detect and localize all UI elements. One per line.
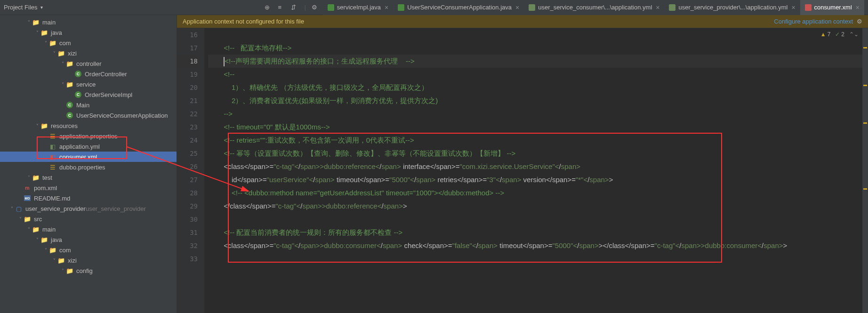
code-line-26[interactable]: <class</span>="c-tag"</span>>dubbo:refer… <box>208 160 868 173</box>
close-icon[interactable]: × <box>656 4 659 11</box>
tree-item-controller[interactable]: ˅📁controller <box>0 58 177 69</box>
project-files-dropdown[interactable]: Project Files <box>4 4 43 11</box>
tree-item-main[interactable]: ˅📁main <box>0 17 177 27</box>
inspection-indicators[interactable]: ▲7 ✓2 ⌃⌄ <box>820 31 859 38</box>
tree-item-service[interactable]: ˅📁service <box>0 79 177 89</box>
collapse-icon[interactable]: ⇵ <box>291 4 298 11</box>
code-line-18[interactable]: <!--声明需要调用的远程服务的接口；生成远程服务代理 --> <box>208 55 868 68</box>
tree-item-com[interactable]: ˅📁com <box>0 38 177 48</box>
tree-item-main[interactable]: CMain <box>0 100 177 110</box>
code-line-22[interactable]: --> <box>208 107 868 120</box>
tree-item-config[interactable]: ˃📁config <box>0 265 177 276</box>
chevron-up-down-icon[interactable]: ⌃⌄ <box>849 31 859 38</box>
close-icon[interactable]: × <box>856 4 860 11</box>
tree-item-dubbo-properties[interactable]: ☰dubbo.properties <box>0 162 177 172</box>
tree-item-pom-xml[interactable]: mpom.xml <box>0 183 177 193</box>
tree-item-test[interactable]: ˃📁test <box>0 172 177 183</box>
close-icon[interactable]: × <box>515 4 519 11</box>
configure-context-link[interactable]: Configure application context <box>774 18 853 25</box>
code-line-23[interactable]: <!-- timeout="0" 默认是1000ms--> <box>208 120 868 134</box>
banner-gear-icon[interactable]: ⚙ <box>857 18 862 25</box>
tree-item-xizi[interactable]: ˅📁xizi <box>0 48 177 58</box>
code-line-17[interactable]: <!-- 配置本地存根--> <box>208 41 868 55</box>
tree-item-userserviceconsumerapplication[interactable]: CUserServiceConsumerApplication <box>0 110 177 120</box>
tree-item-ordercontroller[interactable]: COrderController <box>0 69 177 79</box>
banner-message: Application context not configured for t… <box>183 18 304 25</box>
code-editor[interactable]: 161718192021222324252627282930313233 <!-… <box>177 28 868 313</box>
tree-item-orderserviceimpl[interactable]: COrderServiceImpl <box>0 89 177 100</box>
tree-item-src[interactable]: ˅📁src <box>0 214 177 224</box>
tree-item-application-yml[interactable]: ◧application.yml <box>0 141 177 152</box>
code-line-27[interactable]: id</span>="userService"</span> timeout</… <box>208 173 868 186</box>
close-icon[interactable]: × <box>791 4 795 11</box>
code-line-31[interactable]: <!-- 配置当前消费者的统一规则：所有的服务都不检查 --> <box>208 226 868 239</box>
code-line-29[interactable]: </class</span>="c-tag"</span>>dubbo:refe… <box>208 200 868 213</box>
tree-item-xizi[interactable]: ˅📁xizi <box>0 255 177 265</box>
tree-item-com[interactable]: ˅📁com <box>0 245 177 255</box>
close-icon[interactable]: × <box>385 4 388 11</box>
code-line-19[interactable]: <!-- <box>208 68 868 81</box>
tab-user-service-provider-----application-yml[interactable]: user_service_provider\...\application.ym… <box>664 0 800 15</box>
tab-user-service-consumer-----application-yml[interactable]: user_service_consumer\...\application.ym… <box>524 0 664 15</box>
tree-item-user-service-provider[interactable]: ˅▢user_service_provider user_service_pro… <box>0 203 177 214</box>
tree-item-consumer-xml[interactable]: ◧consumer.xml <box>0 152 177 162</box>
tab-userserviceconsumerapplication-java[interactable]: UserServiceConsumerApplication.java× <box>393 0 524 15</box>
editor-tabs: serviceImpl.java×UserServiceConsumerAppl… <box>323 0 864 15</box>
code-line-25[interactable]: <!-- 幂等（设置重试次数）【查询、删除、修改】、非幂等（不能设置重试次数）【… <box>208 147 868 160</box>
tree-item-readme-md[interactable]: MDREADME.md <box>0 193 177 203</box>
code-line-32[interactable]: <class</span>="c-tag"</span>>dubbo:consu… <box>208 239 868 252</box>
error-stripe[interactable] <box>862 28 868 313</box>
tree-item-main[interactable]: ˅📁main <box>0 224 177 234</box>
code-line-30[interactable] <box>208 213 868 226</box>
settings-icon[interactable]: ⚙ <box>312 4 319 11</box>
tab-serviceimpl-java[interactable]: serviceImpl.java× <box>323 0 393 15</box>
tree-item-java[interactable]: ˅📁java <box>0 234 177 245</box>
code-line-21[interactable]: 2）、消费者设置优先(如果级别一样，则消费方优先，提供方次之) <box>208 94 868 107</box>
code-line-16[interactable] <box>208 28 868 41</box>
context-banner: Application context not configured for t… <box>177 15 868 28</box>
top-toolbar: Project Files ⊕ ≡ ⇵ | ⚙ serviceImpl.java… <box>0 0 868 15</box>
locate-icon[interactable]: ⊕ <box>265 4 272 11</box>
code-line-20[interactable]: 1）、精确优先 （方法级优先，接口级次之，全局配置再次之） <box>208 81 868 94</box>
project-tree[interactable]: ˅📁main˅📁java˅📁com˅📁xizi˅📁controllerCOrde… <box>0 15 177 313</box>
expand-icon[interactable]: ≡ <box>278 4 285 11</box>
tree-item-application-properties[interactable]: ☰application.properties <box>0 131 177 141</box>
code-line-24[interactable]: <!-- retries="":重试次数，不包含第一次调用，0代表不重试--> <box>208 134 868 147</box>
tree-item-java[interactable]: ˅📁java <box>0 27 177 38</box>
code-line-28[interactable]: <!-- <dubbo:method name="getUserAddressL… <box>208 186 868 200</box>
code-line-33[interactable] <box>208 252 868 265</box>
tab-consumer-xml[interactable]: consumer.xml× <box>800 0 864 15</box>
tree-item-resources[interactable]: ˅📁resources <box>0 120 177 131</box>
